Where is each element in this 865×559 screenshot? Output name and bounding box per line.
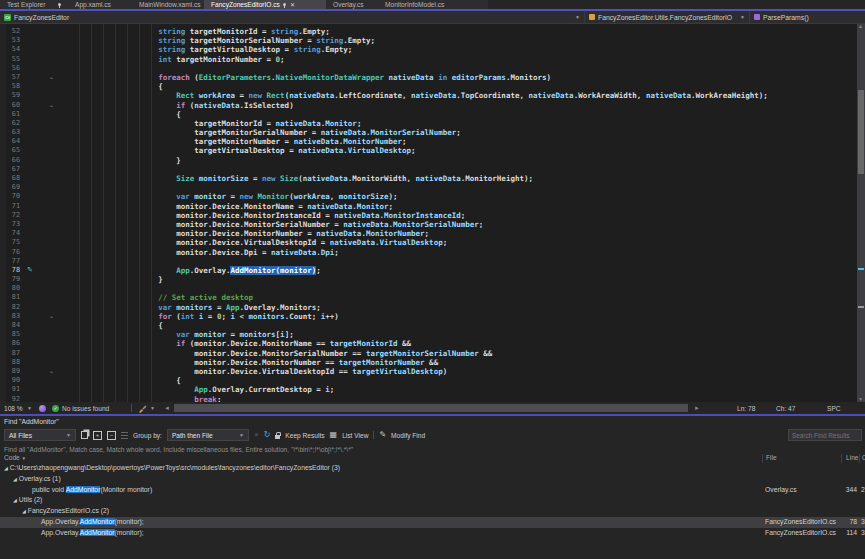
pencil-icon[interactable]: ✎	[379, 431, 386, 439]
code-line-91[interactable]: 91 App.Overlay.CurrentDesktop = i;	[0, 385, 857, 394]
code-line-57[interactable]: 57⌄ foreach (EditorParameters.NativeMoni…	[0, 73, 857, 82]
tab-Overlay.cs[interactable]: Overlay.cs	[326, 0, 378, 9]
code-line-84[interactable]: 84 {	[0, 321, 857, 330]
keep-results-label[interactable]: Keep Results	[285, 432, 324, 439]
code-line-87[interactable]: 87 monitor.Device.MonitorSerialNumber ==…	[0, 349, 857, 358]
code-line-67[interactable]: 67	[0, 165, 857, 174]
result-row[interactable]: public void AddMonitor(Monitor monitor)O…	[0, 485, 865, 496]
vertical-scrollbar[interactable]: ▲ ▼	[857, 24, 865, 402]
code-line-85[interactable]: 85 var monitor = monitors[i];	[0, 330, 857, 339]
code-line-89[interactable]: 89⌄ monitor.Device.VirtualDesktopId == t…	[0, 367, 857, 376]
health-check-icon[interactable]: ✓	[52, 402, 59, 414]
code-line-54[interactable]: 54 string targetVirtualDesktop = string.…	[0, 45, 857, 54]
line-cell: 344	[833, 485, 857, 496]
code-line-60[interactable]: 60⌄ if (nativeData.IsSelected)	[0, 101, 857, 110]
tab-MainWindow.xaml.cs[interactable]: MainWindow.xaml.cs	[132, 0, 204, 9]
result-row[interactable]: ◢Overlay.cs (1)	[0, 474, 865, 485]
match-highlight: AddMonitor	[80, 529, 115, 536]
code-line-78[interactable]: 78✎ App.Overlay.AddMonitor(monitor);	[0, 266, 857, 275]
code-line-75[interactable]: 75 monitor.Device.VirtualDesktopId = nat…	[0, 238, 857, 247]
expand-arrow-icon[interactable]: ◢	[22, 508, 26, 514]
code-line-70[interactable]: 70 var monitor = new Monitor(workArea, m…	[0, 192, 857, 201]
code-line-92[interactable]: 92 break;	[0, 395, 857, 403]
project-dropdown[interactable]: C# FancyZonesEditor ▼	[0, 11, 585, 24]
expand-all-icon[interactable]: +	[93, 431, 102, 440]
code-line-63[interactable]: 63 targetMonitorSerialNumber = nativeDat…	[0, 128, 857, 137]
tab-App.xaml.cs[interactable]: App.xaml.cs	[68, 0, 132, 9]
code-column-header[interactable]: Code ▼	[4, 454, 26, 461]
expand-arrow-icon[interactable]: ◢	[13, 476, 17, 482]
list-view-icon[interactable]: ▦	[330, 431, 338, 439]
scroll-up-icon[interactable]: ▲	[858, 24, 863, 29]
code-line-62[interactable]: 62 targetMonitorId = nativeData.Monitor;	[0, 119, 857, 128]
lock-icon[interactable]	[275, 435, 280, 439]
group-by-dropdown[interactable]: Path then File▼	[167, 429, 249, 441]
code-line-65[interactable]: 65 targetVirtualDesktop = nativeData.Vir…	[0, 146, 857, 155]
expand-arrow-icon[interactable]: ◢	[4, 465, 8, 471]
code-line-69[interactable]: 69	[0, 183, 857, 192]
code-line-72[interactable]: 72 monitor.Device.MonitorInstanceId = na…	[0, 211, 857, 220]
tab-MonitorInfoModel.cs[interactable]: MonitorInfoModel.cs	[378, 0, 488, 9]
code-line-68[interactable]: 68 Size monitorSize = new Size(nativeDat…	[0, 174, 857, 183]
list-view-label[interactable]: List View	[342, 432, 368, 439]
fold-arrow-icon[interactable]: ⌄	[49, 367, 54, 376]
fold-arrow-icon[interactable]: ⌄	[49, 101, 54, 110]
code-line-71[interactable]: 71 monitor.Device.MonitorName = nativeDa…	[0, 202, 857, 211]
file-column-header[interactable]: File	[766, 454, 777, 461]
close-icon[interactable]: ✕	[290, 1, 295, 8]
tab-label: FancyZonesEditorIO.cs	[211, 1, 280, 8]
fold-arrow-icon[interactable]: ⌄	[49, 312, 54, 321]
tab-FancyZonesEditorIO.cs[interactable]: FancyZonesEditorIO.cs✕	[204, 0, 326, 9]
result-row[interactable]: App.Overlay.AddMonitor(monitor);FancyZon…	[0, 517, 865, 528]
modify-find-label[interactable]: Modify Find	[391, 432, 425, 439]
code-line-74[interactable]: 74 monitor.Device.MonitorNumber = native…	[0, 229, 857, 238]
zoom-level[interactable]: 108 %	[4, 402, 23, 414]
intellicode-icon[interactable]	[39, 402, 46, 414]
code-line-79[interactable]: 79 }	[0, 275, 857, 284]
type-dropdown[interactable]: FancyZonesEditor.Utils.FancyZonesEditorI…	[585, 11, 750, 24]
result-row[interactable]: ◢Utils (2)	[0, 495, 865, 506]
result-row[interactable]: App.Overlay.AddMonitor(monitor);FancyZon…	[0, 528, 865, 539]
code-line-77[interactable]: 77	[0, 257, 857, 266]
code-line-81[interactable]: 81 // Set active desktop	[0, 293, 857, 302]
code-line-82[interactable]: 82 var monitors = App.Overlay.Monitors;	[0, 303, 857, 312]
code-line-61[interactable]: 61 {	[0, 110, 857, 119]
code-line-76[interactable]: 76 monitor.Device.Dpi = nativeData.Dpi;	[0, 248, 857, 257]
scrollbar-thumb[interactable]	[858, 90, 864, 174]
code-line-56[interactable]: 56	[0, 64, 857, 73]
scroll-left-icon[interactable]: ◄	[164, 402, 170, 414]
code-line-83[interactable]: 83⌄ for (int i = 0; i < monitors.Count; …	[0, 312, 857, 321]
code-line-55[interactable]: 55 int targetMonitorNumber = 0;	[0, 55, 857, 64]
cleanup-chevron-icon[interactable]: ▼	[150, 402, 155, 414]
code-line-52[interactable]: 52 string targetMonitorId = string.Empty…	[0, 27, 857, 36]
code-line-59[interactable]: 59 Rect workArea = new Rect(nativeData.L…	[0, 91, 857, 100]
horizontal-scrollbar-thumb[interactable]	[174, 404, 688, 412]
scope-dropdown[interactable]: All Files▼	[4, 429, 76, 441]
line-column-header[interactable]: Line	[846, 454, 858, 461]
code-cleanup-icon[interactable]	[138, 402, 147, 414]
health-status[interactable]: No issues found	[62, 402, 109, 414]
result-row[interactable]: ◢C:\Users\zhaopengwang\Desktop\powertoys…	[0, 463, 865, 474]
zoom-chevron-icon[interactable]: ▼	[27, 402, 32, 414]
filter-icon[interactable]	[121, 432, 128, 439]
copy-icon[interactable]	[81, 431, 88, 439]
result-row[interactable]: ◢FancyZonesEditorIO.cs (2)	[0, 506, 865, 517]
expand-arrow-icon[interactable]: ◢	[13, 497, 17, 503]
collapse-all-icon[interactable]: −	[107, 431, 116, 440]
code-line-64[interactable]: 64 targetMonitorNumber = nativeData.Moni…	[0, 137, 857, 146]
code-editor[interactable]: 52 string targetMonitorId = string.Empty…	[0, 24, 857, 402]
code-line-58[interactable]: 58 {	[0, 82, 857, 91]
member-dropdown[interactable]: ParseParams()	[750, 11, 865, 24]
search-find-results-input[interactable]	[788, 429, 862, 441]
code-line-53[interactable]: 53 string targetMonitorSerialNumber = st…	[0, 36, 857, 45]
code-line-86[interactable]: 86 if (monitor.Device.MonitorName == tar…	[0, 339, 857, 348]
scroll-right-icon[interactable]: ►	[694, 402, 700, 414]
refresh-icon[interactable]: ↻	[264, 431, 271, 439]
code-line-88[interactable]: 88 monitor.Device.MonitorNumber == targe…	[0, 358, 857, 367]
tab-Test Explorer[interactable]: Test Explorer	[0, 0, 68, 9]
fold-arrow-icon[interactable]: ⌄	[49, 73, 54, 82]
code-line-80[interactable]: 80	[0, 284, 857, 293]
code-line-90[interactable]: 90 {	[0, 376, 857, 385]
code-line-73[interactable]: 73 monitor.Device.MonitorSerialNumber = …	[0, 220, 857, 229]
code-line-66[interactable]: 66 }	[0, 156, 857, 165]
